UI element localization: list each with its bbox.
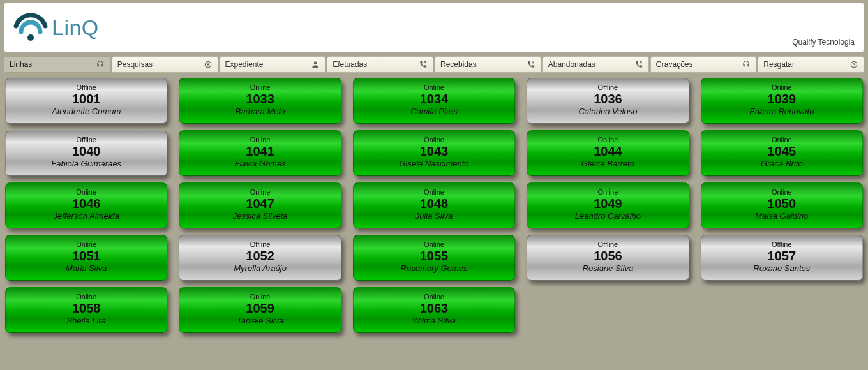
extension-card[interactable]: Offline1057Roxane Santos: [701, 235, 863, 281]
extension-number: 1001: [6, 92, 167, 106]
extension-name: Rosiane Silva: [527, 263, 688, 273]
extension-status: Offline: [527, 84, 688, 91]
extension-number: 1039: [701, 92, 862, 106]
extension-card[interactable]: Online1050Maisa Galdino: [701, 182, 863, 228]
extension-name: Julia Silva: [354, 211, 514, 221]
extension-name: Sheila Lira: [6, 316, 167, 325]
extension-card[interactable]: Offline1056Rosiane Silva: [527, 235, 689, 281]
extension-status: Online: [179, 293, 340, 300]
extension-card[interactable]: Online1055Rosemery Gomes: [353, 235, 515, 281]
extension-name: Camila Pires: [354, 107, 514, 116]
extension-card[interactable]: Online1058Sheila Lira: [5, 287, 167, 333]
extension-name: Maisa Galdino: [701, 211, 862, 221]
extension-name: Jessica Silveta: [179, 211, 340, 221]
extension-number: 1050: [701, 196, 862, 211]
extension-name: Leandro Carvalho: [527, 211, 688, 221]
app-header: LinQ Qualify Tecnologia: [4, 3, 864, 52]
extension-status: Online: [354, 136, 514, 144]
tab-label: Pesquisas: [117, 60, 153, 69]
extension-card[interactable]: Online1049Leandro Carvalho: [527, 182, 689, 228]
extension-card[interactable]: Offline1036Catarina Veloso: [527, 78, 689, 124]
extension-card[interactable]: Online1046Jefferson Almeida: [5, 182, 167, 228]
tab-bar: LinhasPesquisasExpedienteEfetuadasRecebi…: [4, 56, 864, 73]
tab-resgatar[interactable]: Resgatar: [758, 56, 864, 73]
extension-status: Offline: [6, 136, 167, 144]
extension-name: Gleice Barreto: [527, 159, 688, 168]
extension-number: 1052: [179, 249, 340, 263]
tab-label: Recebidas: [440, 60, 477, 69]
extension-card[interactable]: Online1047Jessica Silveta: [179, 182, 341, 228]
extension-card[interactable]: Online1044Gleice Barreto: [527, 130, 689, 176]
tab-abandonadas[interactable]: Abandonadas: [542, 56, 649, 73]
extension-status: Online: [6, 188, 167, 196]
extension-card[interactable]: Online1041Flavia Gomes: [179, 130, 341, 176]
extension-status: Online: [6, 241, 167, 248]
extension-card[interactable]: Online1051Maria Silva: [5, 235, 167, 281]
extension-card[interactable]: Online1048Julia Silva: [353, 182, 515, 228]
tab-pesquisas[interactable]: Pesquisas: [112, 56, 218, 73]
extension-status: Offline: [701, 241, 862, 248]
tab-efetuadas[interactable]: Efetuadas: [327, 56, 433, 73]
extension-status: Online: [701, 84, 862, 91]
extension-card[interactable]: Online1063Wilma Silva: [353, 287, 515, 333]
extension-number: 1058: [6, 301, 167, 315]
extension-card[interactable]: Offline1040Fabiola Guimarães: [5, 130, 167, 176]
extension-number: 1040: [6, 144, 167, 158]
extension-status: Online: [701, 136, 862, 144]
extension-card[interactable]: Online1033Barbara Melo: [179, 78, 341, 124]
phone-in-icon: [527, 60, 535, 69]
extension-grid: Offline1001Atendente ComumOnline1033Barb…: [4, 77, 864, 341]
extension-card[interactable]: Online1039Enaura Renovato: [701, 78, 863, 124]
wifi-icon: [13, 13, 48, 41]
extension-status: Online: [6, 293, 167, 300]
extension-status: Online: [179, 136, 340, 144]
extension-number: 1055: [354, 249, 514, 263]
extension-number: 1059: [179, 301, 340, 315]
tab-label: Expediente: [225, 60, 264, 69]
extension-name: Enaura Renovato: [701, 107, 862, 116]
headset-icon: [742, 60, 751, 69]
extension-card[interactable]: Online1059Taniele Silva: [179, 287, 341, 333]
extension-status: Online: [354, 241, 514, 248]
tab-expediente[interactable]: Expediente: [220, 56, 326, 73]
extension-card[interactable]: Online1043Gisele Nascimento: [353, 130, 515, 176]
phone-miss-icon: [634, 60, 643, 69]
extension-status: Online: [527, 136, 688, 144]
extension-status: Online: [354, 293, 514, 300]
headset-icon: [96, 60, 105, 69]
extension-card[interactable]: Online1034Camila Pires: [353, 78, 515, 124]
extension-card[interactable]: Offline1001Atendente Comum: [5, 78, 167, 124]
tab-label: Efetuadas: [333, 60, 367, 69]
extension-name: Jefferson Almeida: [6, 211, 167, 221]
target-icon: [204, 60, 213, 69]
extension-number: 1046: [6, 196, 167, 211]
extension-name: Roxane Santos: [701, 263, 862, 273]
svg-point-0: [27, 34, 34, 41]
svg-point-2: [207, 63, 209, 66]
extension-status: Online: [527, 188, 688, 196]
extension-status: Online: [354, 84, 514, 91]
extension-number: 1033: [179, 92, 340, 106]
tab-recebidas[interactable]: Recebidas: [435, 56, 541, 73]
extension-status: Online: [179, 188, 340, 196]
extension-number: 1048: [354, 196, 514, 211]
extension-card[interactable]: Online1045Graca Brito: [701, 130, 863, 176]
extension-name: Atendente Comum: [6, 107, 167, 116]
extension-number: 1049: [527, 196, 688, 211]
extension-number: 1045: [701, 144, 862, 158]
extension-card[interactable]: Offline1052Myrella Araújo: [179, 235, 341, 281]
extension-number: 1044: [527, 144, 688, 158]
extension-number: 1057: [701, 249, 862, 263]
extension-number: 1034: [354, 92, 514, 106]
tab-label: Linhas: [10, 60, 32, 69]
extension-status: Online: [354, 188, 514, 196]
brand-name: LinQ: [52, 15, 99, 40]
extension-name: Gisele Nascimento: [354, 159, 514, 168]
extension-number: 1056: [527, 249, 688, 263]
extension-status: Offline: [527, 241, 688, 248]
tab-label: Gravações: [656, 60, 693, 69]
company-label: Qualify Tecnologia: [792, 38, 855, 47]
tab-gravações[interactable]: Gravações: [650, 56, 757, 73]
extension-number: 1041: [179, 144, 340, 158]
tab-linhas[interactable]: Linhas: [4, 56, 110, 73]
